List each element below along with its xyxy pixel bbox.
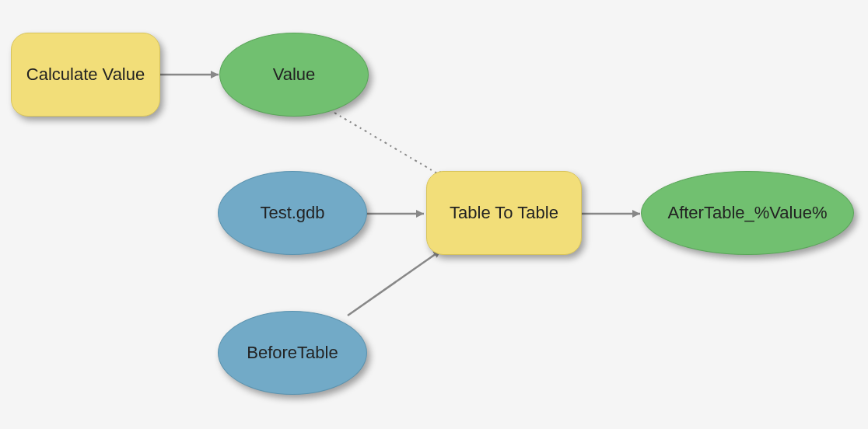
node-label: AfterTable_%Value% [667, 203, 827, 223]
model-builder-canvas: Calculate Value Value Test.gdb BeforeTab… [0, 0, 868, 429]
node-value[interactable]: Value [219, 33, 369, 117]
node-table-to-table[interactable]: Table To Table [426, 171, 582, 255]
node-label: Table To Table [450, 203, 558, 223]
edge-value-to-tabletotable [334, 113, 445, 178]
node-label: Calculate Value [26, 65, 145, 85]
node-label: BeforeTable [247, 343, 338, 363]
node-label: Test.gdb [260, 203, 324, 223]
node-calculate-value[interactable]: Calculate Value [11, 33, 160, 117]
edge-beforetable-to-tabletotable [348, 250, 441, 316]
node-label: Value [273, 65, 316, 85]
node-after-table[interactable]: AfterTable_%Value% [641, 171, 854, 255]
node-test-gdb[interactable]: Test.gdb [218, 171, 367, 255]
node-before-table[interactable]: BeforeTable [218, 311, 367, 395]
